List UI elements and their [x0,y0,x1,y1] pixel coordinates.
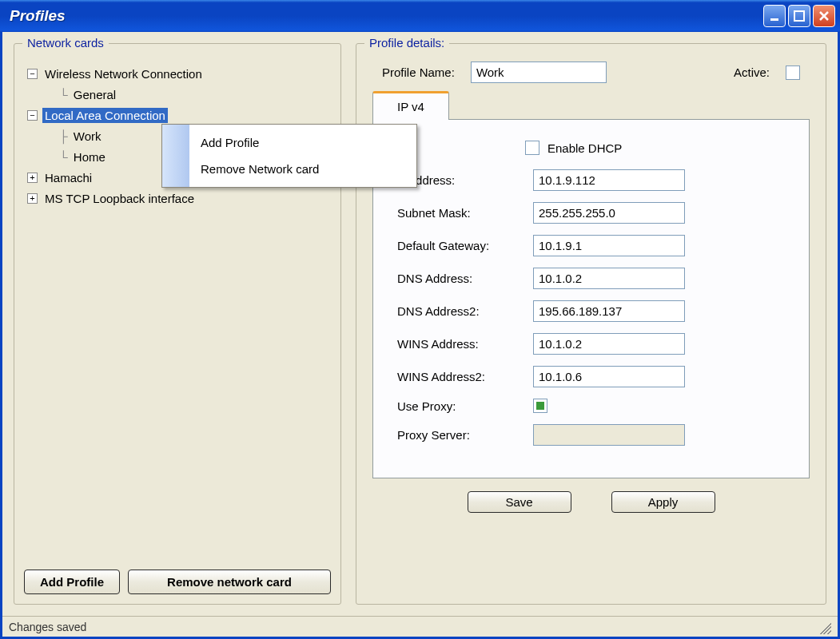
wins2-label: WINS Address2: [397,370,533,383]
tree-connector-icon: └ [59,150,71,164]
expand-icon[interactable]: + [27,173,38,183]
tab-container: IP v4 Enable DHCP IPAddress: Subnet Mas [372,91,810,478]
wins1-input[interactable] [533,333,685,355]
window-title: Profiles [10,7,763,25]
context-menu: Add Profile Remove Network card [161,124,417,188]
active-checkbox[interactable] [786,65,800,80]
profile-header: Profile Name: Active: [366,58,816,91]
dns2-input[interactable] [533,300,685,322]
save-button[interactable]: Save [468,491,571,513]
collapse-icon[interactable]: − [27,69,38,79]
tree-label: Hamachi [42,170,94,185]
tree-node-wireless-general[interactable]: └ General [27,84,328,105]
tree-label: MS TCP Loopback interface [42,191,197,206]
tab-body: Enable DHCP IPAddress: Subnet Mask: Defa… [372,119,810,478]
window: Profiles Network cards − Wireless Networ… [0,0,840,639]
apply-button[interactable]: Apply [611,491,715,513]
profile-details-panel: Profile details: Profile Name: Active: I… [356,43,826,605]
add-profile-button[interactable]: Add Profile [24,570,120,594]
tree-node-lan[interactable]: − Local Area Connection [27,105,328,125]
tree-label: Home [71,149,108,165]
tree-connector-icon: ├ [59,129,71,143]
context-remove-card[interactable]: Remove Network card [189,156,416,182]
use-proxy-checkbox[interactable] [533,399,547,413]
remove-network-card-button[interactable]: Remove network card [128,570,331,594]
tree-label-selected: Local Area Connection [42,108,168,123]
tree-node-wireless[interactable]: − Wireless Network Connection [27,63,328,84]
maximize-icon [794,10,805,22]
network-cards-panel: Network cards − Wireless Network Connect… [14,43,341,605]
close-button[interactable] [813,5,835,27]
context-menu-strip [162,125,189,187]
resize-grip-icon[interactable] [817,620,831,634]
tree-label: Work [71,129,104,144]
collapse-icon[interactable]: − [27,110,38,121]
use-proxy-label: Use Proxy: [397,399,533,413]
subnet-input[interactable] [533,202,685,224]
dns2-label: DNS Address2: [397,304,533,318]
tree-node-loopback[interactable]: + MS TCP Loopback interface [27,188,328,208]
expand-icon[interactable]: + [27,193,38,204]
left-button-row: Add Profile Remove network card [24,570,331,594]
tree-connector-icon: └ [59,88,71,101]
profile-name-label: Profile Name: [382,65,455,79]
bottom-buttons: Save Apply [366,491,816,513]
profile-details-title: Profile details: [364,36,449,50]
svg-rect-0 [770,18,778,21]
ip-label: IPAddress: [397,173,533,187]
status-text: Changes saved [9,621,86,633]
proxy-server-input[interactable] [533,424,685,446]
enable-dhcp-label: Enable DHCP [547,141,622,155]
active-label: Active: [734,65,770,79]
profile-name-input[interactable] [471,62,607,83]
svg-rect-1 [794,11,804,21]
minimize-button[interactable] [763,5,786,27]
titlebar[interactable]: Profiles [0,0,840,32]
enable-dhcp-checkbox[interactable] [525,141,539,155]
gateway-label: Default Gateway: [397,239,533,252]
minimize-icon [769,10,780,22]
wins2-input[interactable] [533,366,685,387]
network-cards-title: Network cards [22,36,109,50]
tab-header: IP v4 [372,91,810,120]
context-menu-items: Add Profile Remove Network card [189,125,416,187]
ip-input[interactable] [533,169,685,191]
tree-label: Wireless Network Connection [42,66,205,81]
maximize-button[interactable] [788,5,810,27]
close-icon [818,10,830,22]
context-add-profile[interactable]: Add Profile [189,129,416,156]
client-area: Network cards − Wireless Network Connect… [0,32,840,639]
statusbar: Changes saved [2,616,838,637]
window-controls [763,5,835,27]
wins1-label: WINS Address: [397,337,533,351]
gateway-input[interactable] [533,235,685,256]
subnet-label: Subnet Mask: [397,206,533,220]
proxy-server-label: Proxy Server: [397,428,533,442]
dns1-label: DNS Address: [397,272,533,285]
tab-ipv4[interactable]: IP v4 [372,91,449,120]
tree-label: General [71,87,118,102]
dns1-input[interactable] [533,268,685,289]
enable-dhcp-row: Enable DHCP [525,141,785,155]
content: Network cards − Wireless Network Connect… [2,32,838,616]
